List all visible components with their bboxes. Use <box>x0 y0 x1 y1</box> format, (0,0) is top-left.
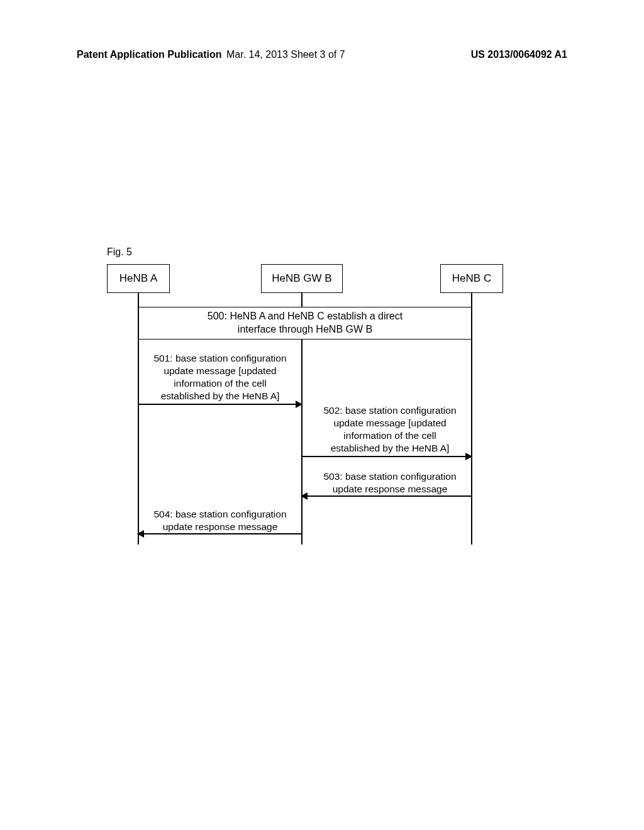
msg-501-line1: 501: base station configuration <box>142 352 299 365</box>
figure-label: Fig. 5 <box>107 246 132 258</box>
msg-504-line2: update response message <box>142 521 299 533</box>
msg-501-text: 501: base station configuration update m… <box>142 352 299 403</box>
msg-503-line1: 503: base station configuration <box>311 470 469 483</box>
arrow-501 <box>138 404 301 405</box>
msg-502-line4: established by the HeNB A] <box>311 442 469 455</box>
step-500-line2: interface through HeNB GW B <box>139 323 471 336</box>
step-500-line1: 500: HeNB A and HeNB C establish a direc… <box>139 310 471 323</box>
msg-502-line1: 502: base station configuration <box>311 404 469 417</box>
msg-502-text: 502: base station configuration update m… <box>311 404 469 455</box>
msg-503-text: 503: base station configuration update r… <box>311 470 469 495</box>
node-henb-a: HeNB A <box>107 264 170 293</box>
msg-502-line3: information of the cell <box>311 429 469 442</box>
step-500-box: 500: HeNB A and HeNB C establish a direc… <box>138 307 472 340</box>
msg-502-line2: update message [updated <box>311 417 469 429</box>
node-henb-c: HeNB C <box>440 264 503 293</box>
header-center: Mar. 14, 2013 Sheet 3 of 7 <box>226 49 345 60</box>
arrow-504 <box>138 533 301 534</box>
msg-501-line2: update message [updated <box>142 365 299 377</box>
header-right: US 2013/0064092 A1 <box>471 49 567 60</box>
node-henb-gw-b: HeNB GW B <box>261 264 343 293</box>
msg-504-line1: 504: base station configuration <box>142 508 299 521</box>
arrow-503 <box>302 495 471 497</box>
sequence-diagram: HeNB A HeNB GW B HeNB C 500: HeNB A and … <box>107 264 535 553</box>
msg-503-line2: update response message <box>311 483 469 495</box>
arrow-502 <box>302 456 471 457</box>
header-left: Patent Application Publication <box>77 49 222 60</box>
msg-501-line4: established by the HeNB A] <box>142 390 299 402</box>
page-header: Patent Application Publication Mar. 14, … <box>0 49 644 60</box>
msg-504-text: 504: base station configuration update r… <box>142 508 299 533</box>
msg-501-line3: information of the cell <box>142 377 299 390</box>
